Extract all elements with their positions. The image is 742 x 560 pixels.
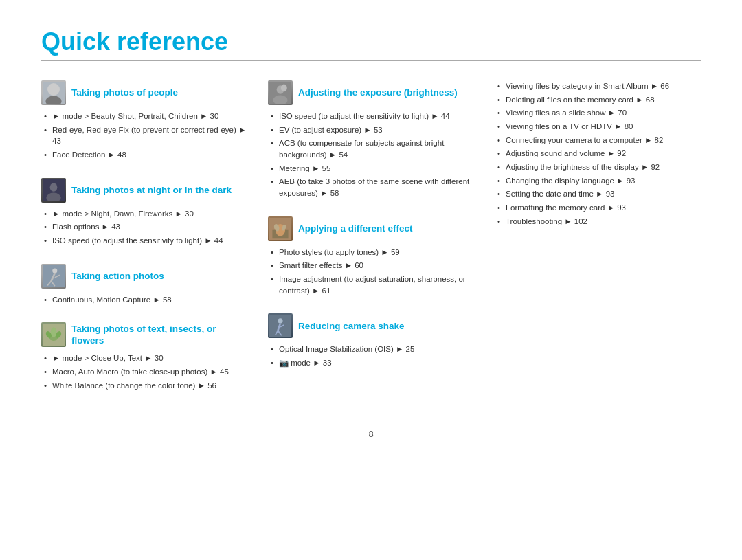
list-item: Image adjustment (to adjust saturation, … xyxy=(269,273,474,296)
section-exposure-header: Adjusting the exposure (brightness) xyxy=(268,80,474,105)
section-effect-body: Photo styles (to apply tones) ► 59 Smart… xyxy=(268,247,474,297)
list-item: ISO speed (to adjust the sensitivity to … xyxy=(43,235,247,247)
exposure-icon xyxy=(268,80,293,105)
section-action-title: Taking action photos xyxy=(71,270,164,282)
section-people-title: Taking photos of people xyxy=(71,87,178,99)
list-item: Macro, Auto Macro (to take close-up phot… xyxy=(43,366,247,378)
section-shake: Reducing camera shake Optical Image Stab… xyxy=(268,313,474,370)
list-item: Setting the date and time ► 93 xyxy=(496,188,701,200)
section-exposure: Adjusting the exposure (brightness) ISO … xyxy=(268,80,474,201)
list-item: EV (to adjust exposure) ► 53 xyxy=(269,124,474,136)
list-item: ► mode > Night, Dawn, Fireworks ► 30 xyxy=(43,208,247,220)
section-night-title: Taking photos at night or in the dark xyxy=(71,184,232,197)
list-item: ► mode > Beauty Shot, Portrait, Children… xyxy=(43,111,247,122)
svg-point-8 xyxy=(52,268,57,273)
svg-point-28 xyxy=(278,319,282,324)
section-exposure-title: Adjusting the exposure (brightness) xyxy=(298,87,458,99)
list-item: Optical Image Stabilization (OIS) ► 25 xyxy=(269,344,474,355)
list-item: Red-eye, Red-eye Fix (to prevent or corr… xyxy=(43,124,247,147)
list-item: Viewing files as a slide show ► 70 xyxy=(496,107,701,119)
page-title: Quick reference xyxy=(41,27,701,56)
svg-rect-6 xyxy=(43,179,65,201)
list-item: Adjusting the brightness of the display … xyxy=(496,161,701,173)
section-effect-title: Applying a different effect xyxy=(298,223,413,235)
section-action: Taking action photos Continuous, Motion … xyxy=(41,264,247,308)
middle-column: Adjusting the exposure (brightness) ISO … xyxy=(268,80,474,408)
list-item: Flash options ► 43 xyxy=(43,221,247,233)
section-night-body: ► mode > Night, Dawn, Fireworks ► 30 Fla… xyxy=(41,208,247,247)
section-shake-title: Reducing camera shake xyxy=(298,320,405,333)
section-shake-body: Optical Image Stabilization (OIS) ► 25 📷… xyxy=(268,344,474,368)
night-photo-icon xyxy=(41,178,66,203)
page-number: 8 xyxy=(41,429,701,439)
section-night-header: Taking photos at night or in the dark xyxy=(41,178,247,203)
section-macro-title: Taking photos of text, insects, or flowe… xyxy=(71,323,247,347)
list-item: ► mode > Close Up, Text ► 30 xyxy=(43,352,247,364)
list-item: ACB (to compensate for subjects against … xyxy=(269,137,474,160)
content-grid: Taking photos of people ► mode > Beauty … xyxy=(41,80,701,408)
right-column: Viewing files by category in Smart Album… xyxy=(495,80,701,408)
list-item: Metering ► 55 xyxy=(269,163,474,175)
svg-point-1 xyxy=(49,85,58,94)
section-people-body: ► mode > Beauty Shot, Portrait, Children… xyxy=(41,111,247,161)
list-item: Formatting the memory card ► 93 xyxy=(496,202,701,214)
section-shake-header: Reducing camera shake xyxy=(268,313,474,338)
section-misc: Viewing files by category in Smart Album… xyxy=(495,80,701,229)
list-item: Smart filter effects ► 60 xyxy=(269,260,474,271)
section-effect-header: Applying a different effect xyxy=(268,216,474,241)
list-item: Deleting all files on the memory card ► … xyxy=(496,94,701,106)
section-people-header: Taking photos of people xyxy=(41,80,247,105)
section-macro: Taking photos of text, insects, or flowe… xyxy=(41,322,247,393)
section-night: Taking photos at night or in the dark ► … xyxy=(41,178,247,249)
list-item: Face Detection ► 48 xyxy=(43,149,247,161)
person-portrait-icon xyxy=(41,80,66,105)
list-item: Viewing files on a TV or HDTV ► 80 xyxy=(496,121,701,133)
svg-point-21 xyxy=(281,85,287,92)
section-effect: Applying a different effect Photo styles… xyxy=(268,216,474,299)
section-action-body: Continuous, Motion Capture ► 58 xyxy=(41,294,247,306)
camera-shake-icon xyxy=(268,313,293,338)
list-item: 📷 mode ► 33 xyxy=(269,357,474,369)
section-macro-body: ► mode > Close Up, Text ► 30 Macro, Auto… xyxy=(41,352,247,391)
list-item: Continuous, Motion Capture ► 58 xyxy=(43,294,247,306)
section-misc-body: Viewing files by category in Smart Album… xyxy=(495,80,701,227)
effect-icon xyxy=(268,216,293,241)
section-exposure-body: ISO speed (to adjust the sensitivity to … xyxy=(268,111,474,199)
list-item: Connecting your camera to a computer ► 8… xyxy=(496,135,701,146)
list-item: AEB (to take 3 photos of the same scene … xyxy=(269,176,474,199)
section-macro-header: Taking photos of text, insects, or flowe… xyxy=(41,322,247,347)
list-item: ISO speed (to adjust the sensitivity to … xyxy=(269,111,474,122)
action-photo-icon xyxy=(41,264,66,289)
list-item: Changing the display language ► 93 xyxy=(496,175,701,187)
section-action-header: Taking action photos xyxy=(41,264,247,289)
section-people: Taking photos of people ► mode > Beauty … xyxy=(41,80,247,163)
macro-photo-icon xyxy=(41,322,66,347)
list-item: Photo styles (to apply tones) ► 59 xyxy=(269,247,474,258)
list-item: White Balance (to change the color tone)… xyxy=(43,380,247,392)
list-item: Troubleshooting ► 102 xyxy=(496,216,701,227)
left-column: Taking photos of people ► mode > Beauty … xyxy=(41,80,247,408)
title-divider xyxy=(41,60,701,61)
list-item: Viewing files by category in Smart Album… xyxy=(496,80,701,92)
list-item: Adjusting sound and volume ► 92 xyxy=(496,148,701,159)
